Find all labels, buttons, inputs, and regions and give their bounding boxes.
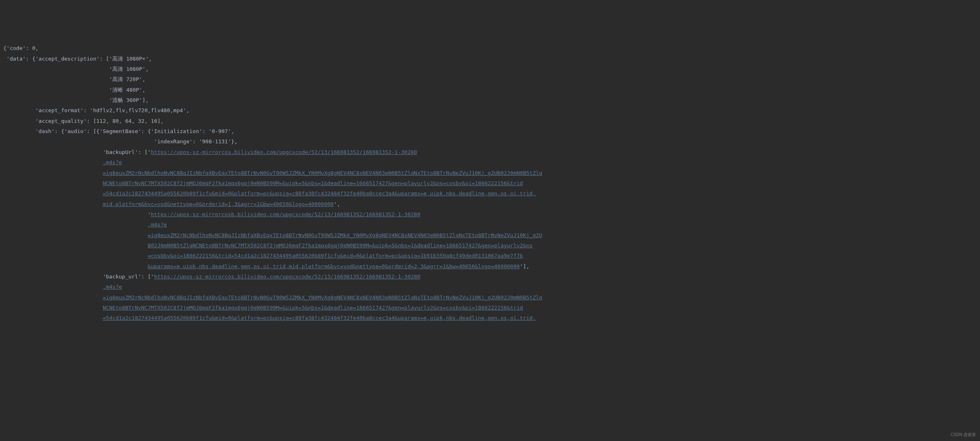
aq-2: 64 <box>125 118 132 124</box>
url1-line6[interactable]: mid,platform&bvc=vod&nettype=0&orderid=1… <box>103 201 334 207</box>
key-accept-quality: accept_quality <box>39 118 84 124</box>
key-segmentbase: SegmentBase <box>103 128 138 134</box>
key-audio: audio <box>68 128 84 134</box>
url2-line6[interactable]: &uparams=e,uipk,nbs,deadline,gen,os,oi,t… <box>148 263 520 269</box>
url3-line5[interactable]: =54cd1a2c1827434495a055620b89f1cfu&mid=0… <box>103 315 536 321</box>
url3-line1[interactable]: https://upos-sz-mirrorcos.bilivideo.com/… <box>154 274 421 280</box>
val-code: 0 <box>32 45 35 51</box>
val-ad-2: 高清 720P <box>112 76 139 82</box>
key-backupUrl: backupUrl <box>106 149 134 155</box>
val-indexrange: 908-1131 <box>202 138 228 145</box>
key-code: code <box>10 45 23 51</box>
aq-3: 32 <box>138 118 145 124</box>
key-accept-description: accept_description <box>39 56 96 62</box>
val-init: 0-907 <box>212 128 228 134</box>
val-ad-3: 清晰 480P <box>112 87 139 93</box>
url2-line5[interactable]: =cosbbv&oi=1866222156&trid=54cd1a2c18274… <box>148 253 523 259</box>
val-accept-format: hdflv2,flv,flv720,flv480,mp4 <box>93 107 183 113</box>
url3-line3[interactable]: =ig8euxZM2rNcNbdlhoNvNC8BqJIzNbfqXBvEqxT… <box>103 294 542 301</box>
url2-line4[interactable]: B02J0mN0B5tZlqNCNEto8BTrNvNC7MTX502C8f2j… <box>148 242 532 249</box>
key-dash: dash <box>39 128 51 134</box>
url1-line1[interactable]: https://upos-sz-mirrorcos.bilivideo.com/… <box>151 149 417 155</box>
aq-0: 112 <box>96 118 106 124</box>
key-indexrange: indexRange <box>157 138 189 145</box>
url2-line1[interactable]: https://upos-sz-mirrorcosb.bilivideo.com… <box>151 211 420 217</box>
aq-1: 80 <box>112 118 119 124</box>
val-ad-0: 高清 1080P+ <box>112 56 146 62</box>
code-output: {'code': 0, 'data': {'accept_description… <box>3 43 977 323</box>
key-backup-url: backup_url <box>106 274 138 280</box>
url1-line4[interactable]: NCNEto8BTrNvNC7MTX502C8f2jmMQJ6mqF2fka1m… <box>103 180 523 186</box>
val-ad-4: 流畅 360P <box>112 97 139 103</box>
url3-line2[interactable]: .m4s?e <box>103 284 122 290</box>
key-data: data <box>10 56 23 62</box>
url1-line2[interactable]: .m4s?e <box>103 159 122 165</box>
val-ad-1: 高清 1080P <box>112 66 142 72</box>
url1-line3[interactable]: =ig8euxZM2rNcNbdlhoNvNC8BqJIzNbfqXBvEqxT… <box>103 170 542 176</box>
url1-line5[interactable]: =54cd1a2c1827434495a055620b89f1cfu&mid=0… <box>103 190 536 197</box>
url2-line3[interactable]: =ig8euxZM2rNcNbdlhoNvNC8BqJIzNbfqXBvEqxT… <box>148 232 542 238</box>
url3-line4[interactable]: NCNEto8BTrNvNC7MTX502C8f2jmMQJ6mqF2fka1m… <box>103 305 523 311</box>
key-init: Initialization <box>154 128 199 134</box>
url2-line2[interactable]: .m4s?e <box>148 222 167 228</box>
aq-4: 16 <box>151 118 157 124</box>
key-accept-format: accept_format <box>39 107 80 113</box>
